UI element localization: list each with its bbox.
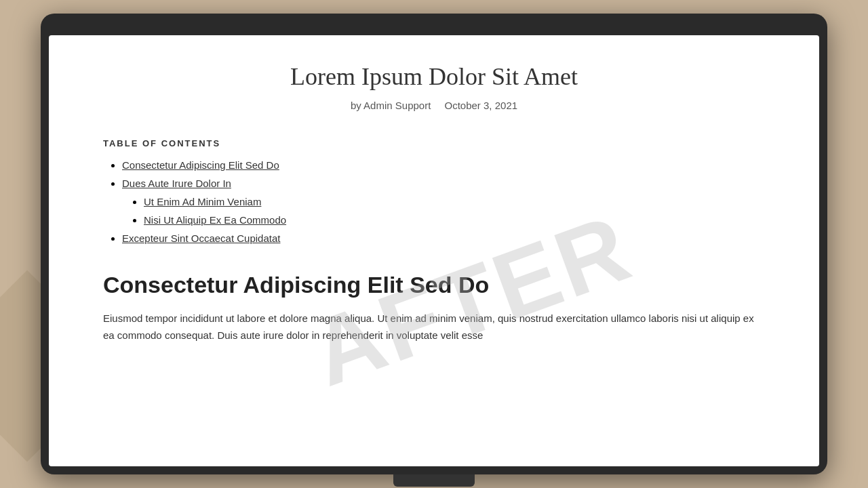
toc-item-1: Consectetur Adipiscing Elit Sed Do — [122, 159, 765, 171]
toc-link-3[interactable]: Excepteur Sint Occaecat Cupidatat — [122, 232, 280, 244]
section-1-heading: Consectetur Adipiscing Elit Sed Do — [103, 271, 765, 299]
article-meta: by Admin Support October 3, 2021 — [103, 100, 765, 111]
toc-sublist-2: Ut Enim Ad Minim Veniam Nisi Ut Aliquip … — [122, 196, 765, 226]
toc-link-2[interactable]: Dues Aute Irure Dolor In — [122, 178, 231, 189]
toc-list: Consectetur Adipiscing Elit Sed Do Dues … — [103, 159, 765, 244]
article-content: Lorem Ipsum Dolor Sit Amet by Admin Supp… — [49, 35, 819, 466]
article-date: October 3, 2021 — [445, 100, 518, 111]
toc-sublink-2a[interactable]: Ut Enim Ad Minim Veniam — [144, 196, 261, 207]
toc-link-1[interactable]: Consectetur Adipiscing Elit Sed Do — [122, 159, 279, 171]
toc-subitem-2b: Nisi Ut Aliquip Ex Ea Commodo — [144, 214, 765, 226]
monitor-frame: Lorem Ipsum Dolor Sit Amet by Admin Supp… — [41, 14, 827, 474]
table-of-contents: TABLE OF CONTENTS Consectetur Adipiscing… — [103, 138, 765, 244]
toc-item-2: Dues Aute Irure Dolor In Ut Enim Ad Mini… — [122, 178, 765, 226]
article-title: Lorem Ipsum Dolor Sit Amet — [103, 62, 765, 92]
monitor-stand — [393, 474, 475, 487]
screen: Lorem Ipsum Dolor Sit Amet by Admin Supp… — [49, 35, 819, 466]
toc-sublink-2b[interactable]: Nisi Ut Aliquip Ex Ea Commodo — [144, 214, 286, 226]
monitor-bezel — [49, 22, 819, 33]
toc-subitem-2a: Ut Enim Ad Minim Veniam — [144, 196, 765, 207]
section-1-body: Eiusmod tempor incididunt ut labore et d… — [103, 310, 765, 344]
article-author: by Admin Support — [351, 100, 431, 111]
toc-item-3: Excepteur Sint Occaecat Cupidatat — [122, 232, 765, 244]
toc-heading: TABLE OF CONTENTS — [103, 138, 765, 148]
